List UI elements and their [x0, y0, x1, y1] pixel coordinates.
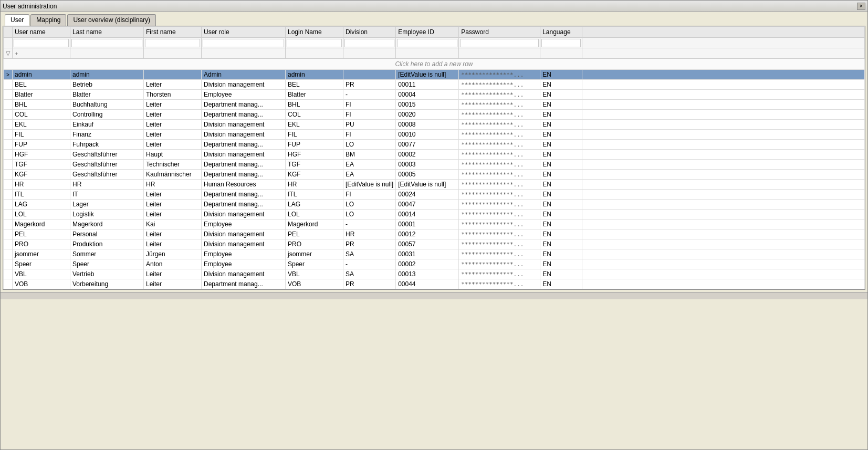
cell-firstname: Leiter	[144, 239, 202, 249]
cell-role: Division management	[202, 120, 286, 130]
cell-indicator	[4, 110, 13, 120]
icon-cell-username[interactable]: +	[13, 48, 70, 59]
cell-division: -	[343, 90, 396, 100]
cell-lastname: Magerkord	[70, 219, 144, 229]
icon-cell-indicator[interactable]: ▽	[4, 48, 13, 59]
cell-language: EN	[540, 140, 582, 150]
cell-extra	[582, 70, 865, 80]
cell-division: LO	[343, 200, 396, 210]
filter-input-language[interactable]	[541, 39, 581, 47]
cell-empid: 00012	[396, 229, 459, 239]
filter-input-login[interactable]	[287, 39, 342, 47]
cell-role: Department manag...	[202, 160, 286, 170]
cell-language: EN	[540, 249, 582, 259]
cell-role: Division management	[202, 229, 286, 239]
cell-language: EN	[540, 269, 582, 279]
add-new-row[interactable]: Click here to add a new row	[4, 59, 865, 70]
cell-firstname: Leiter	[144, 269, 202, 279]
table-row[interactable]: BlatterBlatterThorstenEmployeeBlatter-00…	[4, 90, 865, 100]
cell-lastname: Fuhrpack	[70, 140, 144, 150]
table-row[interactable]: HGFGeschäftsführerHauptDivision manageme…	[4, 150, 865, 160]
cell-username: HR	[13, 180, 70, 190]
tab-bar: UserMappingUser overview (disciplinary)	[1, 12, 867, 26]
tab-user-overview[interactable]: User overview (disciplinary)	[67, 14, 156, 26]
table-row[interactable]: MagerkordMagerkordKaiEmployeeMagerkord-0…	[4, 219, 865, 229]
cell-login: BEL	[286, 80, 343, 90]
filter-cell-lastname	[70, 38, 144, 48]
cell-division: SA	[343, 269, 396, 279]
cell-empid: 00011	[396, 80, 459, 90]
table-row[interactable]: ITLITLeiterDepartment manag...ITLFI00024…	[4, 190, 865, 200]
filter-cell-password	[459, 38, 540, 48]
cell-indicator	[4, 150, 13, 160]
cell-lastname: Lager	[70, 200, 144, 210]
table-row[interactable]: LAGLagerLeiterDepartment manag...LAGLO00…	[4, 200, 865, 210]
table-row[interactable]: jsommerSommerJürgenEmployeejsommerSA0003…	[4, 249, 865, 259]
horizontal-scrollbar[interactable]	[1, 292, 867, 299]
table-row[interactable]: KGFGeschäftsführerKaufmännischerDepartme…	[4, 170, 865, 180]
cell-lastname: Speer	[70, 259, 144, 269]
filter-input-password[interactable]	[460, 39, 539, 47]
cell-role: Division management	[202, 210, 286, 219]
cell-indicator	[4, 239, 13, 249]
table-row[interactable]: TGFGeschäftsführerTechnischerDepartment …	[4, 160, 865, 170]
add-row-label[interactable]: Click here to add a new row	[4, 59, 865, 70]
cell-username: EKL	[13, 120, 70, 130]
table-row[interactable]: COLControllingLeiterDepartment manag...C…	[4, 110, 865, 120]
tab-user[interactable]: User	[5, 14, 29, 26]
table-row[interactable]: SpeerSpeerAntonEmployeeSpeer-00002******…	[4, 259, 865, 269]
close-button[interactable]: ×	[857, 3, 865, 10]
icon-cell-login	[286, 48, 343, 59]
filter-input-role[interactable]	[203, 39, 284, 47]
table-row[interactable]: >adminadminAdminadmin[EditValue is null]…	[4, 70, 865, 80]
cell-firstname: Technischer	[144, 160, 202, 170]
cell-lastname: Vertrieb	[70, 269, 144, 279]
cell-lastname: IT	[70, 190, 144, 200]
table-row[interactable]: FUPFuhrpackLeiterDepartment manag...FUPL…	[4, 140, 865, 150]
cell-firstname: Leiter	[144, 279, 202, 289]
cell-division: FI	[343, 100, 396, 110]
table-row[interactable]: HRHRHRHuman ResourcesHR[EditValue is nul…	[4, 180, 865, 190]
cell-lastname: admin	[70, 70, 144, 80]
table-row[interactable]: VOBVorbereitungLeiterDepartment manag...…	[4, 279, 865, 289]
cell-empid: 00002	[396, 150, 459, 160]
window-title: User administration	[3, 3, 855, 10]
cell-login: COL	[286, 110, 343, 120]
table-row[interactable]: BHLBuchhaltungLeiterDepartment manag...B…	[4, 100, 865, 110]
table-row[interactable]: PROProduktionLeiterDivision managementPR…	[4, 239, 865, 249]
cell-lastname: Personal	[70, 229, 144, 239]
cell-language: EN	[540, 170, 582, 180]
filter-input-division[interactable]	[344, 39, 394, 47]
cell-indicator	[4, 259, 13, 269]
cell-firstname: Leiter	[144, 140, 202, 150]
cell-indicator	[4, 140, 13, 150]
cell-division: FI	[343, 110, 396, 120]
cell-empid: 00010	[396, 130, 459, 140]
cell-password: ***************...	[459, 269, 540, 279]
cell-login: HR	[286, 180, 343, 190]
cell-username: BHL	[13, 100, 70, 110]
cell-login: PEL	[286, 229, 343, 239]
cell-language: EN	[540, 210, 582, 219]
filter-input-empid[interactable]	[397, 39, 457, 47]
table-row[interactable]: VBLVertriebLeiterDivision managementVBLS…	[4, 269, 865, 279]
cell-password: ***************...	[459, 150, 540, 160]
table-row[interactable]: EKLEinkaufLeiterDivision managementEKLPU…	[4, 120, 865, 130]
data-grid: User nameLast nameFirst nameUser roleLog…	[3, 26, 865, 289]
filter-input-lastname[interactable]	[71, 39, 142, 47]
cell-division: PR	[343, 80, 396, 90]
cell-role: Department manag...	[202, 110, 286, 120]
cell-extra	[582, 100, 865, 110]
cell-role: Employee	[202, 249, 286, 259]
cell-language: EN	[540, 219, 582, 229]
table-row[interactable]: PELPersonalLeiterDivision managementPELH…	[4, 229, 865, 239]
table-row[interactable]: FILFinanzLeiterDivision managementFILFI0…	[4, 130, 865, 140]
cell-firstname: Leiter	[144, 229, 202, 239]
cell-language: EN	[540, 150, 582, 160]
cell-username: FUP	[13, 140, 70, 150]
tab-mapping[interactable]: Mapping	[30, 14, 66, 26]
filter-input-firstname[interactable]	[145, 39, 200, 47]
table-row[interactable]: BELBetriebLeiterDivision managementBELPR…	[4, 80, 865, 90]
table-row[interactable]: LOLLogistikLeiterDivision managementLOLL…	[4, 210, 865, 219]
filter-input-username[interactable]	[14, 39, 69, 47]
